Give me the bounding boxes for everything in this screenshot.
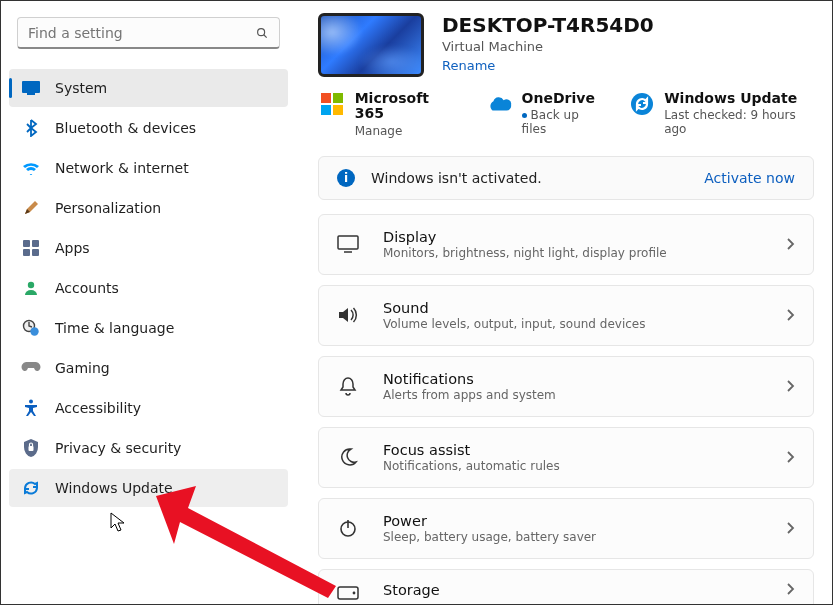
chevron-right-icon xyxy=(785,582,795,596)
sidebar-item-system[interactable]: System xyxy=(9,69,288,107)
sidebar-item-accounts[interactable]: Accounts xyxy=(9,269,288,307)
person-icon xyxy=(21,278,41,298)
svg-rect-16 xyxy=(333,105,343,115)
rename-link[interactable]: Rename xyxy=(442,58,495,73)
status-tiles: Microsoft 365 Manage OneDrive Back up fi… xyxy=(320,91,814,138)
svg-point-11 xyxy=(29,400,33,404)
card-subtitle: Alerts from apps and system xyxy=(383,388,556,402)
card-storage[interactable]: Storage xyxy=(318,569,814,604)
sidebar-item-accessibility[interactable]: Accessibility xyxy=(9,389,288,427)
clock-globe-icon xyxy=(21,318,41,338)
svg-rect-15 xyxy=(321,105,331,115)
card-title: Power xyxy=(383,513,596,529)
sidebar-item-apps[interactable]: Apps xyxy=(9,229,288,267)
sidebar-item-label: Bluetooth & devices xyxy=(55,120,196,136)
sidebar-item-label: Time & language xyxy=(55,320,174,336)
svg-rect-18 xyxy=(338,236,358,249)
shield-icon xyxy=(21,438,41,458)
card-subtitle: Sleep, battery usage, battery saver xyxy=(383,530,596,544)
update-sync-icon xyxy=(21,478,41,498)
gamepad-icon xyxy=(21,358,41,378)
apps-icon xyxy=(21,238,41,258)
moon-icon xyxy=(337,446,359,468)
svg-point-8 xyxy=(28,282,34,288)
card-title: Focus assist xyxy=(383,442,560,458)
tile-subtitle: Back up files xyxy=(522,108,602,136)
card-focus-assist[interactable]: Focus assist Notifications, automatic ru… xyxy=(318,427,814,488)
tile-windows-update[interactable]: Windows Update Last checked: 9 hours ago xyxy=(629,91,814,138)
sidebar-item-time[interactable]: Time & language xyxy=(9,309,288,347)
sidebar-item-label: Accounts xyxy=(55,280,119,296)
card-title: Sound xyxy=(383,300,645,316)
sound-icon xyxy=(337,304,359,326)
sidebar-item-gaming[interactable]: Gaming xyxy=(9,349,288,387)
card-subtitle: Notifications, automatic rules xyxy=(383,459,560,473)
svg-rect-5 xyxy=(32,240,39,247)
tile-title: OneDrive xyxy=(522,91,602,106)
card-title: Display xyxy=(383,229,667,245)
activation-banner[interactable]: i Windows isn't activated. Activate now xyxy=(318,156,814,200)
update-sync-circle-icon xyxy=(629,91,654,117)
sidebar-item-label: Accessibility xyxy=(55,400,141,416)
bell-icon xyxy=(337,375,359,397)
search-icon xyxy=(255,26,269,40)
bluetooth-icon xyxy=(21,118,41,138)
chevron-right-icon xyxy=(785,379,795,393)
svg-point-17 xyxy=(631,93,653,115)
onedrive-icon xyxy=(486,91,512,117)
info-icon: i xyxy=(337,169,355,187)
card-display[interactable]: Display Monitors, brightness, night ligh… xyxy=(318,214,814,275)
paintbrush-icon xyxy=(21,198,41,218)
card-title: Storage xyxy=(383,582,440,598)
tile-subtitle: Last checked: 9 hours ago xyxy=(664,108,814,136)
sidebar-item-bluetooth[interactable]: Bluetooth & devices xyxy=(9,109,288,147)
accessibility-icon xyxy=(21,398,41,418)
svg-point-0 xyxy=(258,28,265,35)
sidebar-item-label: Network & internet xyxy=(55,160,189,176)
svg-rect-14 xyxy=(333,93,343,103)
search-box[interactable] xyxy=(17,17,280,49)
device-header: DESKTOP-T4R54D0 Virtual Machine Rename xyxy=(318,13,814,77)
search-input[interactable] xyxy=(28,25,255,41)
activate-now-link[interactable]: Activate now xyxy=(704,170,795,186)
tile-title: Windows Update xyxy=(664,91,814,106)
card-title: Notifications xyxy=(383,371,556,387)
svg-rect-2 xyxy=(22,81,40,93)
sidebar-item-personalization[interactable]: Personalization xyxy=(9,189,288,227)
display-icon xyxy=(337,233,359,255)
sidebar-item-label: Privacy & security xyxy=(55,440,181,456)
sidebar-item-label: System xyxy=(55,80,107,96)
sidebar: System Bluetooth & devices Network & int… xyxy=(1,1,296,604)
sidebar-item-label: Gaming xyxy=(55,360,110,376)
card-sound[interactable]: Sound Volume levels, output, input, soun… xyxy=(318,285,814,346)
card-power[interactable]: Power Sleep, battery usage, battery save… xyxy=(318,498,814,559)
card-subtitle: Volume levels, output, input, sound devi… xyxy=(383,317,645,331)
main-content: DESKTOP-T4R54D0 Virtual Machine Rename M… xyxy=(296,1,832,604)
card-notifications[interactable]: Notifications Alerts from apps and syste… xyxy=(318,356,814,417)
tile-subtitle: Manage xyxy=(355,124,458,138)
svg-rect-3 xyxy=(27,93,35,95)
svg-rect-13 xyxy=(321,93,331,103)
svg-line-1 xyxy=(264,34,267,37)
chevron-right-icon xyxy=(785,521,795,535)
activation-message: Windows isn't activated. xyxy=(371,170,542,186)
svg-rect-6 xyxy=(23,249,30,256)
tile-microsoft365[interactable]: Microsoft 365 Manage xyxy=(320,91,458,138)
svg-rect-4 xyxy=(23,240,30,247)
system-icon xyxy=(21,78,41,98)
device-type: Virtual Machine xyxy=(442,39,654,54)
power-icon xyxy=(337,517,359,539)
sidebar-item-network[interactable]: Network & internet xyxy=(9,149,288,187)
storage-icon xyxy=(337,582,359,604)
svg-rect-12 xyxy=(29,446,34,451)
sidebar-item-privacy[interactable]: Privacy & security xyxy=(9,429,288,467)
microsoft-365-icon xyxy=(320,91,345,117)
tile-title: Microsoft 365 xyxy=(355,91,458,122)
chevron-right-icon xyxy=(785,237,795,251)
tile-onedrive[interactable]: OneDrive Back up files xyxy=(486,91,602,138)
svg-point-10 xyxy=(30,327,38,335)
sidebar-item-windows-update[interactable]: Windows Update xyxy=(9,469,288,507)
svg-point-23 xyxy=(353,591,356,594)
device-thumbnail[interactable] xyxy=(318,13,424,77)
card-subtitle: Monitors, brightness, night light, displ… xyxy=(383,246,667,260)
